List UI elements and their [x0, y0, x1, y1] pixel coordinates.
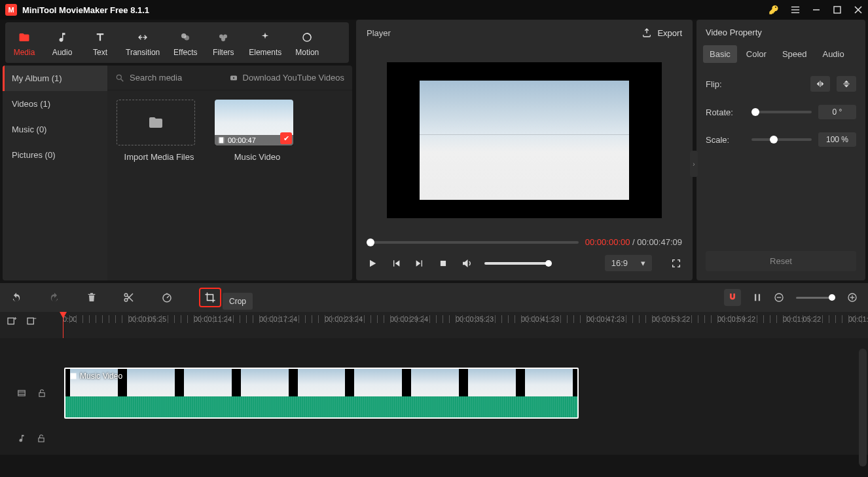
download-youtube-link[interactable]: Download YouTube Videos [243, 73, 344, 83]
remove-track-icon[interactable] [26, 316, 37, 326]
svg-rect-19 [441, 260, 446, 265]
filters-icon [217, 29, 229, 45]
add-track-icon[interactable] [7, 316, 17, 326]
import-media-button[interactable]: Import Media Files [117, 100, 202, 162]
music-note-icon [56, 29, 68, 45]
scale-value[interactable]: 100 % [818, 132, 856, 147]
tab-motion[interactable]: Motion [288, 22, 326, 63]
sidebar-item-pictures[interactable]: Pictures (0) [3, 142, 107, 168]
playhead[interactable] [63, 312, 63, 338]
magnet-toggle[interactable] [724, 289, 741, 306]
import-media-label: Import Media Files [117, 152, 202, 162]
close-icon[interactable] [854, 5, 863, 14]
minimize-icon[interactable] [812, 5, 821, 14]
split-button[interactable] [123, 292, 135, 303]
menu-icon[interactable] [791, 5, 800, 14]
folder-icon [18, 29, 31, 45]
film-icon [69, 372, 77, 380]
svg-rect-18 [223, 138, 225, 143]
audio-track [0, 422, 868, 455]
volume-icon[interactable] [461, 258, 473, 269]
current-time: 00:00:00:00 [585, 237, 630, 247]
property-title: Video Property [696, 20, 865, 45]
zoom-slider[interactable] [796, 297, 835, 299]
rotate-slider[interactable] [751, 111, 812, 113]
zoom-in-button[interactable] [847, 292, 858, 303]
track-lock-icon[interactable] [37, 433, 46, 444]
delete-button[interactable] [86, 292, 97, 303]
tab-filters[interactable]: Filters [204, 22, 242, 63]
svg-line-14 [121, 79, 124, 81]
prev-frame-button[interactable] [390, 258, 402, 269]
svg-rect-34 [18, 391, 26, 396]
undo-button[interactable] [10, 292, 22, 303]
prop-tab-basic[interactable]: Basic [703, 45, 737, 63]
prop-tab-speed[interactable]: Speed [776, 45, 814, 63]
youtube-icon [228, 74, 239, 82]
timeline: Crop 0:00 00:00:05:25 00:00:11:24 00:00:… [0, 283, 868, 455]
license-key-icon[interactable] [769, 5, 779, 15]
timeline-ruler[interactable]: 0:00 00:00:05:25 00:00:11:24 00:00:17:24… [0, 312, 868, 338]
prop-tab-color[interactable]: Color [740, 45, 773, 63]
main-toolbar: Media Audio Text Transition Effects Filt… [5, 22, 349, 63]
speed-button[interactable] [161, 292, 173, 303]
sidebar-item-music[interactable]: Music (0) [3, 117, 107, 142]
redo-button[interactable] [48, 292, 60, 303]
property-panel: Video Property Basic Color Speed Audio F… [696, 20, 865, 280]
video-viewport [387, 62, 662, 218]
svg-rect-33 [27, 318, 33, 324]
vertical-scrollbar[interactable] [859, 349, 867, 467]
tab-effects[interactable]: Effects [166, 22, 204, 63]
tab-media[interactable]: Media [5, 22, 43, 63]
reset-button[interactable]: Reset [706, 251, 856, 271]
stop-button[interactable] [437, 258, 449, 269]
rotate-value[interactable]: 0 ° [818, 105, 856, 119]
sidebar-item-videos[interactable]: Videos (1) [3, 91, 107, 117]
svg-point-13 [117, 75, 121, 79]
flip-vertical-button[interactable] [837, 76, 856, 92]
video-track: Music Video [0, 364, 868, 422]
effects-icon [179, 29, 191, 45]
zoom-out-button[interactable] [774, 292, 784, 303]
media-sidebar: My Album (1) Videos (1) Music (0) Pictur… [3, 66, 107, 280]
tab-transition[interactable]: Transition [119, 22, 166, 63]
svg-rect-21 [843, 83, 849, 84]
transition-icon [136, 29, 149, 45]
aspect-ratio-select[interactable]: 16:9▾ [605, 255, 652, 271]
prop-tab-audio[interactable]: Audio [816, 45, 850, 63]
svg-rect-38 [71, 373, 77, 379]
svg-rect-20 [820, 81, 820, 86]
next-frame-button[interactable] [414, 258, 425, 269]
search-input[interactable]: Search media [130, 73, 182, 83]
tab-audio[interactable]: Audio [43, 22, 81, 63]
scale-slider[interactable] [751, 138, 812, 141]
timeline-marker-icon[interactable] [753, 292, 762, 303]
film-icon [217, 136, 225, 144]
crop-button[interactable]: Crop [199, 288, 221, 307]
total-time: 00:00:47:09 [637, 237, 682, 247]
text-icon [94, 29, 106, 45]
search-icon [115, 73, 124, 83]
panel-collapse-toggle[interactable]: › [690, 151, 698, 177]
tab-elements[interactable]: Elements [242, 22, 288, 63]
motion-icon [301, 29, 313, 45]
tab-text[interactable]: Text [81, 22, 119, 63]
sidebar-item-myalbum[interactable]: My Album (1) [3, 66, 107, 91]
maximize-icon[interactable] [833, 5, 842, 14]
play-button[interactable] [367, 258, 378, 269]
svg-rect-17 [219, 138, 220, 143]
svg-rect-26 [759, 294, 760, 301]
svg-point-11 [221, 37, 225, 41]
app-logo-icon: M [5, 4, 17, 16]
export-button[interactable]: Export [642, 28, 682, 38]
volume-slider[interactable] [484, 262, 550, 265]
audio-track-icon [17, 433, 26, 444]
scrub-track[interactable] [367, 241, 579, 244]
flip-horizontal-button[interactable] [810, 76, 830, 92]
fullscreen-button[interactable] [670, 258, 682, 269]
svg-rect-37 [39, 392, 45, 396]
timeline-clip[interactable]: Music Video [64, 368, 579, 419]
media-clip[interactable]: 00:00:47 ✔ Music Video [215, 100, 300, 162]
track-lock-icon[interactable] [37, 388, 46, 398]
svg-rect-39 [39, 438, 44, 442]
